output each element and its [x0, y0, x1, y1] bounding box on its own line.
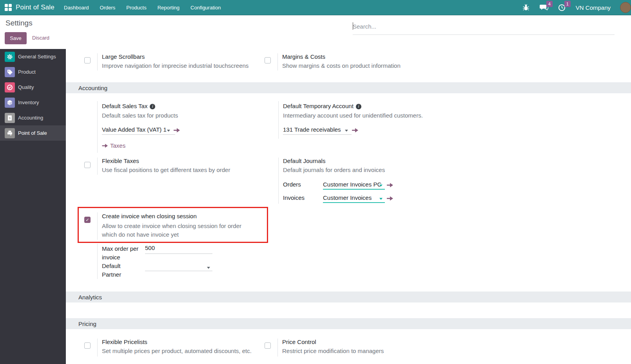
internal-link-arrow-icon[interactable] [386, 196, 393, 201]
margins-costs-description: Show margins & costs on product informat… [282, 62, 401, 69]
gear-icon [5, 52, 15, 62]
control-panel: Settings Save Discard [0, 15, 631, 49]
max-order-label: Max order per invoice [102, 244, 141, 262]
create-invoice-checkbox[interactable]: ✓ [84, 217, 91, 223]
sidebar-item-general-settings[interactable]: General Settings [0, 49, 66, 64]
flexible-taxes-checkbox[interactable]: ✓ [84, 162, 91, 168]
svg-text:✕: ✕ [10, 134, 12, 136]
invoice-icon: $ [5, 113, 15, 123]
navbar-left: Point of Sale Dashboard Orders Products … [0, 0, 226, 15]
large-scrollbars-checkbox[interactable]: ✓ [84, 57, 91, 63]
taxes-link[interactable]: Taxes [110, 142, 125, 149]
section-header-analytics: Analytics [66, 292, 631, 302]
sidebar-item-product[interactable]: Product [0, 64, 66, 80]
default-temporary-account-description: Intermediary account used for unidentifi… [283, 112, 423, 119]
sidebar-item-label: General Settings [18, 54, 56, 60]
chevron-down-icon[interactable] [379, 198, 383, 200]
divider [97, 53, 98, 71]
margins-costs-title: Margins & Costs [282, 53, 325, 60]
default-journals-title: Default Journals [283, 158, 325, 164]
default-temporary-account-title: Default Temporary Accounti [283, 103, 361, 109]
default-sales-tax-description: Default sales tax for products [102, 112, 178, 119]
settings-sidebar: General Settings Product Quality Invento… [0, 49, 66, 364]
chevron-down-icon[interactable] [167, 130, 170, 132]
search-bar [353, 18, 615, 35]
default-sales-tax-select[interactable]: Value Added Tax (VAT) 1 [102, 126, 167, 133]
divider [97, 339, 98, 357]
default-journals-description: Default journals for orders and invoices [283, 167, 385, 173]
internal-link-arrow-icon[interactable] [386, 183, 393, 188]
search-input[interactable] [353, 18, 615, 34]
apps-grid-icon[interactable] [5, 4, 12, 11]
section-header-pricing: Pricing [66, 318, 631, 329]
sidebar-item-point-of-sale[interactable]: ✕ Point of Sale [0, 125, 66, 141]
info-icon[interactable]: i [356, 104, 361, 109]
chevron-down-icon[interactable] [207, 267, 210, 269]
box-icon [5, 98, 15, 108]
debug-bug-icon[interactable] [522, 4, 530, 11]
field-underline [323, 202, 385, 203]
page-title: Settings [5, 19, 33, 27]
activities-count-badge: 1 [564, 1, 571, 7]
navbar-right: 4 1 VN Company [522, 2, 631, 13]
menu-dashboard[interactable]: Dashboard [58, 0, 94, 15]
internal-link-arrow-icon[interactable] [352, 128, 359, 133]
info-icon[interactable]: i [150, 104, 155, 109]
sidebar-item-label: Quality [18, 84, 34, 90]
field-underline [102, 134, 175, 135]
save-button[interactable]: Save [5, 32, 27, 44]
default-temporary-account-select[interactable]: 131 Trade receivables [283, 126, 341, 133]
sidebar-item-inventory[interactable]: Inventory [0, 95, 66, 110]
divider [97, 244, 98, 279]
divider [97, 212, 98, 240]
company-switcher[interactable]: VN Company [576, 4, 611, 11]
invoices-journal-select[interactable]: Customer Invoices [323, 194, 372, 201]
menu-reporting[interactable]: Reporting [152, 0, 185, 15]
divider [277, 339, 278, 357]
field-underline [145, 271, 212, 271]
user-avatar[interactable] [620, 2, 631, 13]
chevron-down-icon[interactable] [379, 185, 383, 187]
large-scrollbars-description: Improve navigation for imprecise industr… [102, 62, 248, 69]
price-control-checkbox[interactable]: ✓ [265, 342, 271, 349]
sidebar-item-quality[interactable]: Quality [0, 80, 66, 95]
link-arrow-icon[interactable] [102, 143, 108, 148]
create-invoice-description: Allow to create invoice when closing ses… [102, 222, 249, 239]
menu-configuration[interactable]: Configuration [185, 0, 226, 15]
field-underline [323, 189, 385, 190]
flexible-taxes-title: Flexible Taxes [102, 158, 139, 164]
quality-check-icon [5, 82, 15, 92]
field-underline [283, 134, 352, 135]
price-control-title: Price Control [282, 339, 316, 345]
discard-button[interactable]: Discard [32, 35, 49, 41]
flexible-taxes-description: Use fiscal positions to get different ta… [102, 167, 230, 173]
app-title[interactable]: Point of Sale [16, 4, 54, 11]
messages-count-badge: 4 [546, 1, 553, 7]
internal-link-arrow-icon[interactable] [173, 128, 180, 133]
cash-register-icon: ✕ [5, 128, 15, 138]
divider [97, 158, 98, 175]
odoo-pos-settings-page: Point of Sale Dashboard Orders Products … [0, 0, 631, 364]
tag-icon [5, 67, 15, 77]
divider [278, 158, 279, 204]
divider [278, 101, 279, 139]
main-menu: Dashboard Orders Products Reporting Conf… [58, 0, 226, 15]
flexible-pricelists-checkbox[interactable]: ✓ [84, 342, 91, 349]
orders-journal-select[interactable]: Customer Invoices PC [323, 181, 381, 188]
divider [97, 101, 98, 153]
messages-icon-button[interactable]: 4 [540, 4, 548, 11]
top-navbar: Point of Sale Dashboard Orders Products … [0, 0, 631, 15]
chevron-down-icon[interactable] [345, 130, 348, 132]
menu-products[interactable]: Products [121, 0, 152, 15]
activities-icon-button[interactable]: 1 [558, 4, 566, 11]
text-cursor [353, 22, 353, 30]
sidebar-item-label: Point of Sale [18, 130, 47, 136]
sidebar-item-label: Product [18, 69, 36, 75]
menu-orders[interactable]: Orders [94, 0, 121, 15]
orders-journal-label: Orders [283, 181, 301, 188]
margins-costs-checkbox[interactable]: ✓ [265, 57, 271, 63]
max-order-input[interactable] [145, 244, 212, 251]
svg-text:$: $ [9, 116, 11, 120]
large-scrollbars-title: Large Scrollbars [102, 53, 145, 60]
sidebar-item-accounting[interactable]: $ Accounting [0, 110, 66, 125]
